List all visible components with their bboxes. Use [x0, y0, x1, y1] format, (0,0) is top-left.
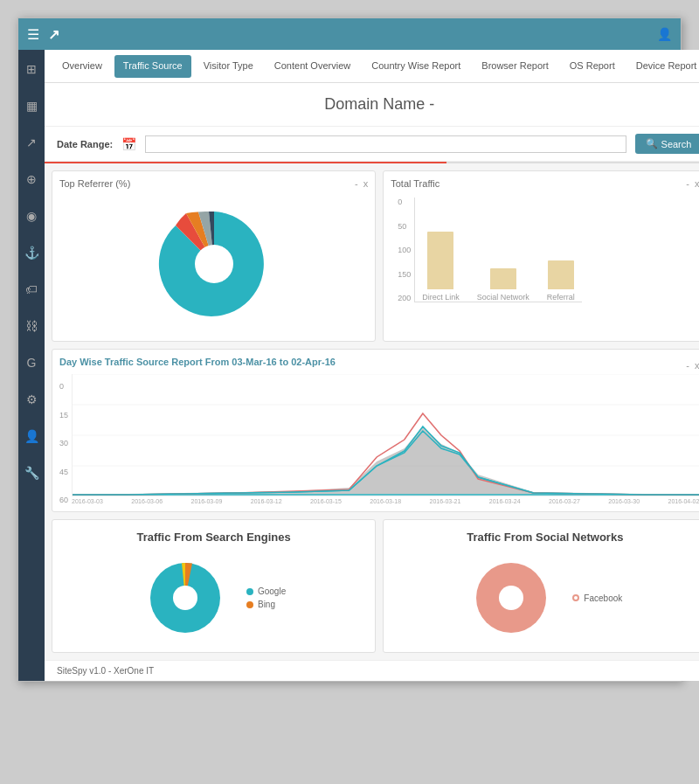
social-networks-title: Traffic From Social Networks — [394, 531, 696, 544]
x-label-5: 2016-03-18 — [370, 498, 401, 504]
user-icon[interactable]: 👤 — [657, 27, 672, 41]
top-referrer-minimize[interactable]: - — [355, 178, 358, 189]
x-label-10: 2016-04-02 — [668, 498, 699, 504]
svg-point-0 — [195, 245, 233, 283]
x-label-8: 2016-03-27 — [549, 498, 580, 504]
x-axis-labels: 2016-03-03 2016-03-06 2016-03-09 2016-03… — [72, 498, 699, 504]
app-wrapper: ☰ ↗ 👤 ⊞ ▦ ↗ ⊕ ◉ ⚓ 🏷 ⛓ G ⚙ 👤 🔧 Overview T… — [17, 17, 682, 682]
total-traffic-close[interactable]: x — [695, 178, 699, 189]
page-title: Domain Name - — [45, 83, 699, 127]
day-wise-minimize[interactable]: - — [686, 360, 689, 371]
legend-bing-dot — [246, 601, 253, 608]
sidebar-icon-home[interactable]: ⊞ — [18, 59, 45, 80]
sidebar-icon-chain[interactable]: ⛓ — [18, 316, 45, 336]
date-range-bar: Date Range: 📅 🔍 Search — [45, 127, 699, 162]
x-label-7: 2016-03-24 — [489, 498, 521, 504]
day-wise-actions: - x — [686, 360, 699, 371]
top-referrer-svg — [153, 203, 275, 325]
line-chart-svg — [73, 374, 699, 496]
bar-referral: Referral — [547, 260, 575, 302]
sidebar-icon-chart[interactable]: ▦ — [18, 95, 45, 116]
content-area: Overview Traffic Source Visitor Type Con… — [45, 50, 699, 681]
x-label-4: 2016-03-15 — [310, 498, 342, 504]
legend-google: Google — [246, 586, 286, 596]
line-chart-body: 2016-03-03 2016-03-06 2016-03-09 2016-03… — [72, 374, 699, 504]
tab-overview[interactable]: Overview — [53, 55, 111, 78]
tab-visitor-type[interactable]: Visitor Type — [195, 55, 262, 78]
date-range-input[interactable] — [145, 135, 626, 153]
x-label-9: 2016-03-30 — [608, 498, 640, 504]
total-traffic-minimize[interactable]: - — [686, 178, 689, 189]
day-wise-title: Day Wise Traffic Source Report From 03-M… — [59, 357, 336, 367]
x-label-2: 2016-03-09 — [191, 498, 223, 504]
search-engines-widget: Traffic From Search Engines — [52, 519, 376, 653]
y-label-2: 100 — [398, 246, 411, 254]
y-label-1: 150 — [398, 270, 411, 279]
top-referrer-chart — [59, 194, 368, 334]
sidebar-icon-g[interactable]: G — [18, 352, 45, 373]
tab-device-report[interactable]: Device Report — [627, 55, 699, 78]
tab-traffic-source[interactable]: Traffic Source — [114, 55, 191, 78]
y-axis: 200 150 100 50 0 — [398, 198, 411, 302]
top-bar: ☰ ↗ 👤 — [18, 18, 681, 50]
sidebar-icon-share[interactable]: ↗ — [18, 132, 45, 153]
top-referrer-header: Top Referrer (%) - x — [59, 178, 368, 189]
sidebar-icon-location[interactable]: ◉ — [18, 205, 45, 226]
legend-facebook-label: Facebook — [584, 593, 622, 603]
legend-facebook-dot — [572, 594, 579, 601]
date-range-label: Date Range: — [57, 139, 113, 149]
sidebar-icon-tag[interactable]: 🏷 — [18, 279, 45, 300]
legend-bing: Bing — [246, 600, 286, 609]
main-layout: ⊞ ▦ ↗ ⊕ ◉ ⚓ 🏷 ⛓ G ⚙ 👤 🔧 Overview Traffic… — [18, 50, 681, 681]
sidebar-icon-link[interactable]: ⊕ — [18, 169, 45, 190]
search-engines-title: Traffic From Search Engines — [63, 531, 364, 544]
top-referrer-title: Top Referrer (%) — [59, 178, 130, 189]
search-button-label: Search — [661, 139, 692, 149]
line-y-0: 0 — [59, 382, 68, 391]
total-traffic-widget: Total Traffic - x 200 150 100 50 — [383, 170, 699, 342]
bar-direct-link-bar — [427, 232, 453, 289]
x-label-3: 2016-03-12 — [251, 498, 282, 504]
top-referrer-actions: - x — [355, 178, 368, 189]
line-y-15: 15 — [59, 411, 68, 420]
bottom-row: Traffic From Search Engines — [45, 519, 699, 660]
svg-point-8 — [499, 586, 523, 610]
day-wise-close[interactable]: x — [695, 360, 699, 371]
social-networks-widget: Traffic From Social Networks Facebook — [383, 519, 699, 653]
search-icon: 🔍 — [646, 138, 658, 149]
legend-bing-label: Bing — [258, 600, 275, 609]
social-networks-content: Facebook — [394, 554, 696, 642]
x-label-1: 2016-03-06 — [131, 498, 163, 504]
search-button[interactable]: 🔍 Search — [635, 134, 699, 154]
bar-social-network-label: Social Network — [477, 293, 529, 302]
line-y-axis: 60 45 30 15 0 — [59, 382, 68, 504]
calendar-icon[interactable]: 📅 — [121, 137, 136, 151]
sidebar-icon-anchor[interactable]: ⚓ — [18, 242, 45, 263]
top-referrer-close[interactable]: x — [363, 178, 369, 189]
top-referrer-widget: Top Referrer (%) - x — [52, 170, 376, 342]
tab-country-wise[interactable]: Country Wise Report — [363, 55, 469, 78]
menu-icon[interactable]: ☰ — [27, 26, 39, 43]
bar-social-network-bar — [490, 268, 516, 289]
bar-referral-bar — [548, 260, 574, 289]
y-label-0: 200 — [398, 294, 411, 302]
search-engines-content: Google Bing — [63, 554, 364, 642]
nav-tabs: Overview Traffic Source Visitor Type Con… — [45, 50, 699, 83]
day-wise-widget: Day Wise Traffic Source Report From 03-M… — [52, 349, 699, 512]
bar-direct-link: Direct Link — [422, 232, 460, 302]
sidebar-icon-tools[interactable]: 🔧 — [18, 462, 45, 483]
line-y-30: 30 — [59, 439, 68, 448]
tab-browser-report[interactable]: Browser Report — [473, 55, 557, 78]
tab-content-overview[interactable]: Content Overview — [266, 55, 359, 78]
line-y-45: 45 — [59, 468, 68, 476]
y-label-4: 0 — [398, 198, 411, 206]
search-engines-pie — [142, 554, 229, 642]
sidebar-icon-gear[interactable]: ⚙ — [18, 389, 45, 410]
svg-point-6 — [173, 586, 197, 610]
x-label-6: 2016-03-21 — [430, 498, 461, 504]
social-networks-legend: Facebook — [572, 593, 622, 603]
day-wise-header: Day Wise Traffic Source Report From 03-M… — [59, 357, 699, 374]
legend-facebook: Facebook — [572, 593, 622, 603]
sidebar-icon-user[interactable]: 👤 — [18, 426, 45, 447]
tab-os-report[interactable]: OS Report — [561, 55, 624, 78]
